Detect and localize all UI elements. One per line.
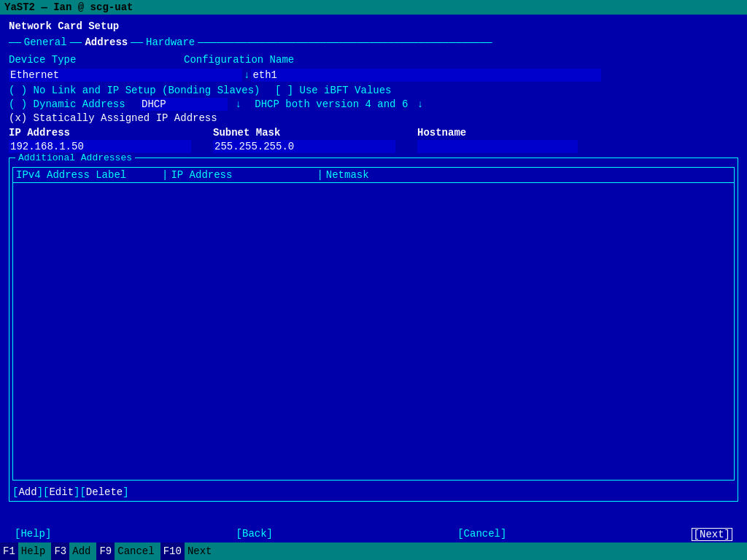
tab-general[interactable]: General [21,36,70,48]
fkey-bar: F1 Help F3 Add F9 Cancel F10 Next [0,542,747,560]
back-button[interactable]: [Back] [236,528,273,541]
page-title: Network Card Setup [9,20,738,32]
ip-address-input[interactable] [9,140,191,153]
fkey-f10[interactable]: F10 Next [160,542,218,560]
radio-static[interactable]: (x) Statically Assigned IP Address [9,112,217,124]
addr-col-label: IPv4 Address Label [16,169,162,181]
ip-values [9,140,738,153]
fkey-f9-num: F9 [96,542,115,560]
hostname-input[interactable] [417,140,578,153]
radio-dynamic-row: ( ) Dynamic Address ↓ DHCP both version … [9,98,738,111]
config-name-input[interactable] [251,69,601,82]
device-type-input[interactable] [9,69,242,82]
fkey-f1-label: Help [18,542,52,560]
tab-border-left: —— [9,36,21,48]
tab-bar: —— General —— Address —— Hardware ——————… [9,36,738,48]
radio-no-link-row: ( ) No Link and IP Setup (Bonding Slaves… [9,85,738,96]
additional-addresses-box: Additional Addresses IPv4 Address Label … [9,158,738,502]
help-button[interactable]: [Help] [15,528,51,541]
address-table: IPv4 Address Label | IP Address | Netmas… [12,167,735,481]
fkey-f3[interactable]: F3 Add [51,542,96,560]
title-text: YaST2 — Ian @ scg-uat [4,1,133,13]
ip-headers: IP Address Subnet Mask Hostname [9,127,738,139]
radio-no-link[interactable]: ( ) No Link and IP Setup (Bonding Slaves… [9,85,260,96]
tab-separator2: —— [131,36,143,48]
additional-addresses-label: Additional Addresses [15,152,135,163]
ip-address-header: IP Address [9,127,213,139]
dhcp-dropdown[interactable] [140,98,228,111]
fkey-f9[interactable]: F9 Cancel [96,542,160,560]
next-button[interactable]: [Next] [692,528,732,541]
delete-button[interactable]: [Delete] [80,486,128,498]
tab-border-right: ————————————————————————————————————————… [198,36,738,48]
addr-col-ip: IP Address [171,169,317,181]
device-type-label: Device Type [9,54,125,66]
edit-button[interactable]: [Edit] [43,486,80,498]
tab-hardware[interactable]: Hardware [143,36,198,48]
radio-static-row: (x) Statically Assigned IP Address [9,112,738,124]
hostname-header: Hostname [417,127,738,139]
dhcp-version-label: DHCP both version 4 and 6 [255,98,408,110]
device-config-row: Device Type Configuration Name [9,54,738,66]
tab-separator1: —— [70,36,82,48]
subnet-mask-header: Subnet Mask [213,127,417,139]
title-bar: YaST2 — Ian @ scg-uat [0,0,747,15]
fkey-f9-label: Cancel [115,542,160,560]
tab-address[interactable]: Address [82,36,131,48]
config-name-label: Configuration Name [184,54,294,66]
addr-col-netmask: Netmask [326,169,731,181]
bottom-nav: [Help] [Back] [Cancel] [Next] [0,526,747,542]
ibft-checkbox[interactable]: [ ] Use iBFT Values [275,85,392,96]
add-button[interactable]: [Add] [12,486,43,498]
cancel-button[interactable]: [Cancel] [457,528,506,541]
main-content: Network Card Setup —— General —— Address… [0,15,747,521]
device-input-row: ↓ [9,69,738,82]
fkey-f10-label: Next [185,542,218,560]
radio-dynamic[interactable]: ( ) Dynamic Address [9,98,125,110]
fkey-f1[interactable]: F1 Help [0,542,51,560]
fkey-f3-label: Add [69,542,96,560]
subnet-mask-input[interactable] [213,140,395,153]
address-table-header: IPv4 Address Label | IP Address | Netmas… [13,168,734,183]
fkey-f10-num: F10 [160,542,185,560]
action-buttons: [Add] [Edit] [Delete] [12,486,735,498]
fkey-f3-num: F3 [51,542,69,560]
fkey-f1-num: F1 [0,542,18,560]
address-table-body [13,183,734,475]
